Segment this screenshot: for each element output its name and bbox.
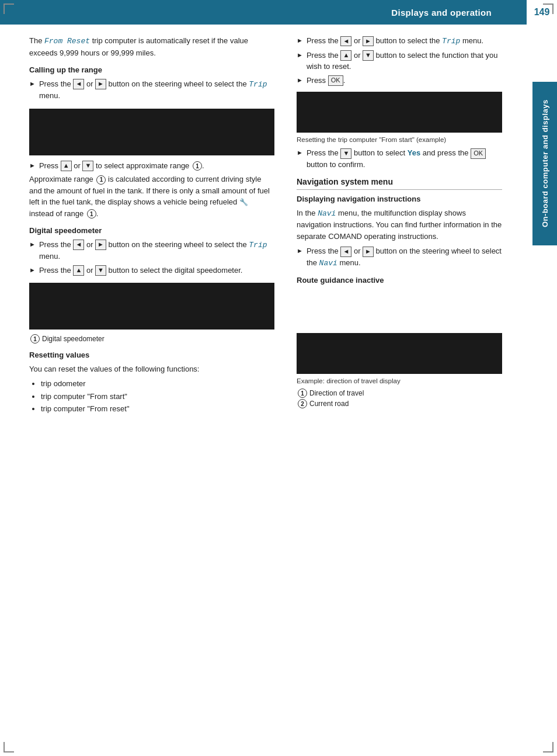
corner-mark-tr	[543, 4, 553, 14]
caption-direction-line1: 1 Direction of travel	[297, 389, 502, 398]
right-btn-2: ►	[95, 240, 106, 249]
bullet-arrow-r3: ►	[297, 75, 303, 85]
caption-direction: Example: direction of travel display	[297, 376, 502, 386]
ok-btn-r1: OK	[328, 75, 343, 85]
bullet-arrow-3: ►	[29, 240, 36, 249]
reset-list: trip odometer trip computer "From start"…	[41, 378, 274, 415]
navi-label-1: Navi	[318, 209, 336, 218]
right-btn-1: ►	[95, 79, 106, 89]
corner-mark-bl	[4, 742, 14, 752]
right-text-2: Press the ▲ or ▼ button to select the fu…	[307, 50, 502, 72]
header-bar: Displays and operation 149	[0, 0, 557, 25]
right-bullet-1: ► Press the ◄ or ► button to select the …	[297, 35, 502, 47]
right-text-1: Press the ◄ or ► button to select the Tr…	[307, 35, 502, 47]
bullet-arrow-n1: ►	[297, 246, 303, 256]
current-road-label: Current road	[309, 400, 349, 408]
digital-speed-bullet2: ► Press the ▲ or ▼ button to select the …	[29, 265, 274, 276]
down-btn-r1: ▼	[363, 50, 374, 60]
caption-circle-dir-2: 2	[298, 399, 307, 408]
left-btn-2: ◄	[73, 240, 84, 249]
reset-list-item-2: trip computer "From start"	[41, 391, 274, 403]
trip-label-2: Trip	[249, 241, 267, 249]
header-title: Displays and operation	[391, 8, 527, 18]
navi-label-2: Navi	[319, 259, 337, 268]
bullet-arrow-2: ►	[29, 161, 36, 171]
trip-label-r1: Trip	[442, 37, 460, 46]
circle-1: 1	[193, 161, 202, 171]
display-box-1	[29, 109, 274, 155]
down-btn-r2: ▼	[340, 148, 351, 158]
nav-text-1: Press the ◄ or ► button on the steering …	[307, 245, 502, 269]
route-guidance-heading: Route guidance inactive	[297, 275, 502, 286]
trip-label-1: Trip	[249, 80, 267, 89]
bullet-arrow-r4: ►	[297, 148, 303, 158]
right-bullet-3: ► Press OK.	[297, 75, 502, 86]
bullet-arrow-r1: ►	[297, 36, 303, 46]
bullet-arrow-1: ►	[29, 79, 36, 89]
right-btn-n1: ►	[363, 247, 374, 256]
corner-mark-br	[543, 742, 553, 752]
right-bullet-2: ► Press the ▲ or ▼ button to select the …	[297, 50, 502, 72]
left-btn-r1: ◄	[340, 36, 351, 46]
up-btn-r1: ▲	[340, 50, 351, 60]
right-column: ► Press the ◄ or ► button to select the …	[286, 35, 532, 418]
digital-speed-bullet1: ► Press the ◄ or ► button on the steerin…	[29, 239, 274, 262]
digital-speedometer-heading: Digital speedometer	[29, 225, 274, 237]
resetting-values-heading: Resetting values	[29, 349, 274, 361]
bullet-arrow-r2: ►	[297, 50, 303, 60]
right-btn-r1: ►	[363, 36, 374, 46]
reset-list-item-1: trip odometer	[41, 378, 274, 390]
ok-btn-r2: OK	[471, 148, 486, 158]
calling-range-heading: Calling up the range	[29, 64, 274, 76]
digital-speed-text2: Press the ▲ or ▼ button to select the di…	[39, 265, 274, 276]
right-text-3: Press OK.	[307, 75, 502, 86]
down-btn-1: ▼	[82, 161, 93, 171]
bullet-arrow-4: ►	[29, 265, 36, 275]
caption-text-1: Digital speedometer	[42, 335, 105, 343]
right-text-4: Press the ▼ button to select Yes and pre…	[307, 147, 502, 170]
left-btn-n1: ◄	[340, 247, 351, 256]
display-box-2	[29, 283, 274, 330]
circle-3: 1	[87, 209, 96, 219]
refuel-icon: 🔧	[239, 198, 248, 206]
calling-range-text1: Press the ◄ or ► button on the steering …	[39, 78, 274, 102]
approx-range-paragraph: Approximate range 1 is calculated accord…	[29, 174, 274, 219]
nav-bullet-1: ► Press the ◄ or ► button on the steerin…	[297, 245, 502, 269]
caption-reset: Resetting the trip computer "From start"…	[297, 135, 502, 145]
left-column: The From Reset trip computer is automati…	[0, 35, 286, 418]
from-reset-label: From Reset	[44, 37, 90, 46]
digital-speed-text1: Press the ◄ or ► button on the steering …	[39, 239, 274, 262]
select-range-text: Press ▲ or ▼ to select approximate range…	[39, 160, 274, 172]
display-box-r2	[297, 333, 502, 374]
down-btn-2: ▼	[95, 265, 106, 275]
left-btn-1: ◄	[73, 79, 84, 89]
caption-circle-dir-1: 1	[298, 389, 307, 398]
resetting-values-text: You can reset the values of the followin…	[29, 363, 274, 375]
right-tab: On-board computer and displays	[532, 82, 557, 245]
caption-1: 1 Digital speedometer	[29, 334, 274, 344]
up-btn-1: ▲	[61, 161, 72, 171]
nav-instructions-text: In the Navi menu, the multifunction disp…	[297, 207, 502, 242]
nav-system-heading: Navigation system menu	[297, 176, 502, 190]
displaying-nav-subheading: Displaying navigation instructions	[297, 193, 502, 205]
yes-label: Yes	[408, 148, 420, 157]
calling-range-bullet1: ► Press the ◄ or ► button on the steerin…	[29, 78, 274, 102]
caption-circle-1: 1	[30, 334, 40, 344]
up-btn-2: ▲	[73, 265, 84, 275]
right-bullet-4: ► Press the ▼ button to select Yes and p…	[297, 147, 502, 170]
select-range-bullet: ► Press ▲ or ▼ to select approximate ran…	[29, 160, 274, 172]
corner-mark-tl	[4, 4, 14, 14]
circle-2: 1	[96, 175, 106, 185]
direction-of-travel-label: Direction of travel	[309, 389, 364, 397]
main-content: The From Reset trip computer is automati…	[0, 25, 557, 418]
display-box-r1	[297, 92, 502, 133]
reset-list-item-3: trip computer "From reset"	[41, 403, 274, 415]
intro-paragraph: The From Reset trip computer is automati…	[29, 35, 274, 58]
caption-direction-line2: 2 Current road	[297, 399, 502, 408]
